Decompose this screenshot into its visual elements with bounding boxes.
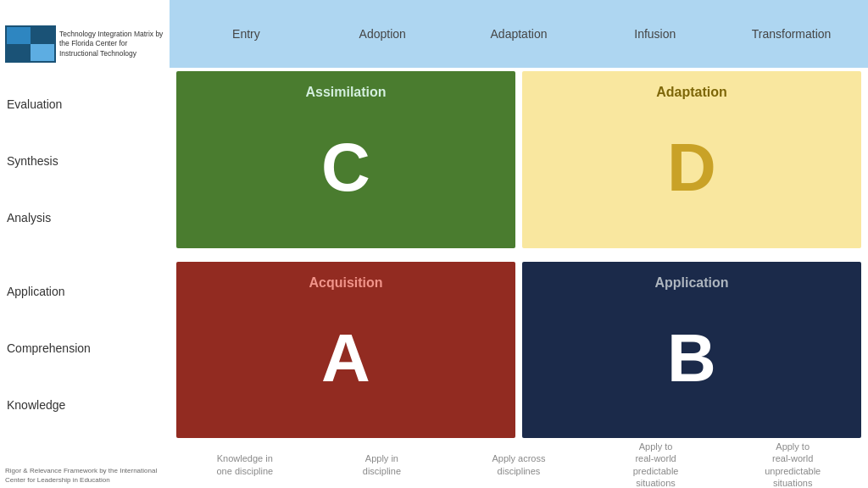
grid-row-top: Assimilation C Adaptation D — [170, 71, 868, 252]
col-header-adaptation: Adaptation — [451, 27, 587, 41]
quadrant-D-title: Adaptation — [656, 85, 727, 100]
row-label-synthesis: Synthesis — [7, 152, 170, 169]
grid-gap — [170, 252, 868, 258]
col-header-adoption: Adoption — [314, 27, 451, 41]
footer-credit-text: Rigor & Relevance Framework by the Inter… — [5, 466, 164, 485]
quadrant-B-title: Application — [654, 275, 728, 291]
quadrant-D[interactable]: Adaptation D — [522, 71, 861, 248]
row-label-knowledge: Knowledge — [7, 396, 170, 413]
row-label-analysis: Analysis — [7, 209, 170, 226]
footer-col-2: Apply indiscipline — [314, 452, 451, 477]
logo-box: Technology Integration Matrix by the Flo… — [5, 25, 164, 63]
logo-text: Technology Integration Matrix by the Flo… — [59, 30, 164, 58]
row-labels-top: Evaluation Synthesis Analysis — [7, 68, 170, 255]
row-labels: Evaluation Synthesis Analysis Applicatio… — [0, 68, 170, 441]
quadrant-B[interactable]: Application B — [522, 262, 861, 439]
col-header-entry: Entry — [178, 27, 314, 41]
column-headers: Entry Adoption Adaptation Infusion Trans… — [170, 0, 868, 68]
quadrant-C-title: Assimilation — [305, 85, 386, 100]
footer-credit-area: Rigor & Relevance Framework by the Inter… — [0, 441, 170, 488]
col-header-infusion: Infusion — [587, 27, 723, 41]
main-container: Technology Integration Matrix by the Flo… — [0, 0, 868, 488]
logo-area: Technology Integration Matrix by the Flo… — [0, 0, 170, 68]
row-labels-bottom: Application Comprehension Knowledge — [7, 255, 170, 442]
quadrant-C[interactable]: Assimilation C — [176, 71, 515, 248]
grid-row-bottom: Acquisition A Application B — [170, 258, 868, 439]
footer-col-5: Apply toreal-worldunpredictablesituation… — [724, 441, 861, 488]
quadrant-A-title: Acquisition — [309, 275, 382, 291]
footer-col-4: Apply toreal-worldpredictablesituations — [587, 441, 725, 488]
quadrant-A[interactable]: Acquisition A — [176, 262, 515, 439]
grid-area: Assimilation C Adaptation D Acquisition … — [170, 68, 868, 441]
row-label-comprehension: Comprehension — [7, 340, 170, 357]
quadrant-A-letter: A — [321, 324, 370, 392]
footer-row: Rigor & Relevance Framework by the Inter… — [0, 441, 868, 488]
quadrant-B-letter: B — [667, 324, 716, 392]
quadrant-C-letter: C — [321, 134, 370, 202]
header-row: Technology Integration Matrix by the Flo… — [0, 0, 868, 68]
main-area: Evaluation Synthesis Analysis Applicatio… — [0, 68, 868, 441]
footer-cols: Knowledge inone discipline Apply indisci… — [170, 441, 868, 488]
col-header-transformation: Transformation — [723, 27, 860, 41]
footer-col-1: Knowledge inone discipline — [176, 452, 314, 477]
row-label-application: Application — [7, 283, 170, 300]
quadrant-D-letter: D — [667, 134, 716, 202]
tim-logo — [5, 25, 56, 63]
footer-col-3: Apply acrossdisciplines — [450, 452, 587, 477]
row-label-evaluation: Evaluation — [7, 96, 170, 113]
